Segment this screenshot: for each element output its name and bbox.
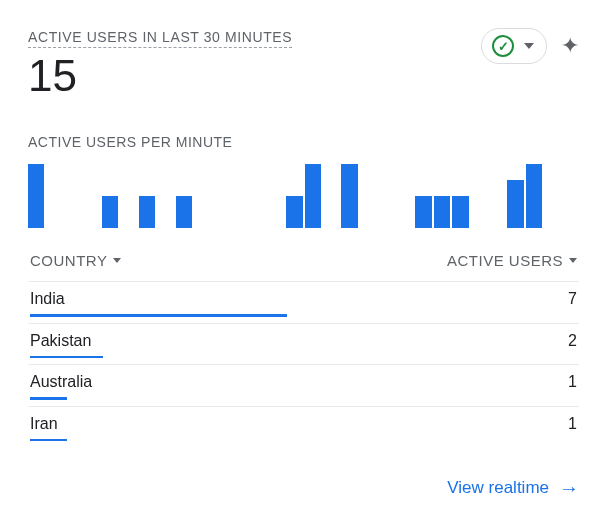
table-row[interactable]: India7	[28, 281, 579, 323]
country-table: India7Pakistan2Australia1Iran1	[28, 281, 579, 447]
sort-caret-icon	[569, 258, 577, 263]
country-value: 1	[568, 415, 577, 433]
view-realtime-link[interactable]: View realtime →	[447, 478, 579, 498]
country-name: Australia	[30, 373, 92, 391]
bar	[305, 164, 321, 228]
row-bar	[30, 314, 287, 317]
link-label: View realtime	[447, 478, 549, 498]
sort-caret-icon	[113, 258, 121, 263]
table-row[interactable]: Iran1	[28, 406, 579, 448]
country-value: 2	[568, 332, 577, 350]
column-header-country[interactable]: COUNTRY	[30, 252, 121, 269]
bar	[102, 196, 118, 228]
row-bar	[30, 397, 67, 400]
column-label: COUNTRY	[30, 252, 107, 269]
bar	[415, 196, 431, 228]
country-name: India	[30, 290, 65, 308]
column-label: ACTIVE USERS	[447, 252, 563, 269]
chart-title: ACTIVE USERS PER MINUTE	[28, 134, 579, 150]
per-minute-bar-chart	[28, 164, 579, 228]
country-name: Iran	[30, 415, 58, 433]
country-name: Pakistan	[30, 332, 91, 350]
chevron-down-icon	[524, 43, 534, 49]
arrow-right-icon: →	[559, 478, 579, 498]
bar	[139, 196, 155, 228]
row-bar	[30, 439, 67, 442]
bar	[176, 196, 192, 228]
table-row[interactable]: Pakistan2	[28, 323, 579, 365]
row-bar	[30, 356, 103, 359]
bar	[434, 196, 450, 228]
status-dropdown[interactable]: ✓	[481, 28, 547, 64]
bar	[507, 180, 523, 228]
sparkle-icon[interactable]: ✦	[561, 35, 579, 57]
table-row[interactable]: Australia1	[28, 364, 579, 406]
country-value: 7	[568, 290, 577, 308]
bar	[452, 196, 468, 228]
bar	[286, 196, 302, 228]
country-value: 1	[568, 373, 577, 391]
bar	[28, 164, 44, 228]
active-users-count: 15	[28, 52, 292, 100]
card-title: ACTIVE USERS IN LAST 30 MINUTES	[28, 29, 292, 48]
column-header-active-users[interactable]: ACTIVE USERS	[447, 252, 577, 269]
bar	[526, 164, 542, 228]
bar	[341, 164, 357, 228]
check-circle-icon: ✓	[492, 35, 514, 57]
